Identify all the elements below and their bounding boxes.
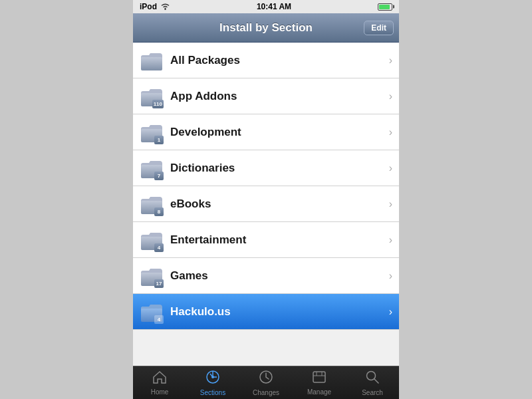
svg-rect-19 — [313, 372, 325, 382]
folder-icon-all-packages — [140, 49, 164, 72]
folder-icon-app-addons: 110 — [140, 84, 164, 108]
status-right — [378, 3, 392, 11]
badge-app-addons: 110 — [152, 100, 164, 108]
tab-search[interactable]: Search — [346, 366, 399, 399]
list-item-games[interactable]: 17 Games › — [133, 258, 399, 294]
list-item-all-packages[interactable]: All Packages › — [133, 43, 399, 78]
badge-ebooks: 8 — [154, 207, 164, 216]
item-label-development: Development — [170, 126, 389, 139]
badge-entertainment: 4 — [154, 243, 164, 252]
list-item-development[interactable]: 1 Development › — [133, 114, 399, 150]
folder-icon-hackulo: 4 — [140, 300, 164, 324]
chevron-entertainment: › — [389, 234, 392, 246]
device-frame: iPod 10:41 AM Install by Section Edit — [133, 0, 399, 399]
chevron-dictionaries: › — [389, 162, 392, 174]
sections-icon — [205, 370, 220, 388]
list-item-hackulo[interactable]: 4 Hackulo.us › — [133, 294, 399, 330]
status-time: 10:41 AM — [257, 2, 291, 11]
item-label-app-addons: App Addons — [170, 90, 389, 103]
folder-icon-ebooks: 8 — [140, 192, 164, 216]
folder-icon-development: 1 — [140, 120, 164, 144]
home-icon — [152, 370, 167, 387]
item-label-entertainment: Entertainment — [170, 233, 389, 247]
sections-list: All Packages › 110 Ap — [133, 43, 399, 366]
tab-changes[interactable]: Changes — [239, 366, 293, 399]
tab-search-label: Search — [362, 389, 383, 396]
tab-manage-label: Manage — [307, 388, 331, 396]
tab-bar: Home Sections Changes — [133, 366, 399, 399]
tab-sections[interactable]: Sections — [186, 366, 239, 399]
badge-development: 1 — [154, 136, 164, 144]
tab-sections-label: Sections — [200, 389, 225, 396]
changes-icon — [259, 370, 273, 388]
list-item-entertainment[interactable]: 4 Entertainment › — [133, 222, 399, 258]
status-left: iPod — [140, 2, 170, 11]
tab-changes-label: Changes — [253, 389, 279, 396]
tab-home[interactable]: Home — [133, 366, 186, 399]
battery-fill — [379, 5, 390, 9]
folder-icon-games: 17 — [140, 264, 164, 288]
item-label-games: Games — [170, 269, 389, 283]
tab-manage[interactable]: Manage — [293, 366, 346, 399]
badge-hackulo: 4 — [154, 315, 164, 324]
nav-title: Install by Section — [219, 21, 313, 35]
badge-dictionaries: 7 — [154, 172, 164, 180]
status-bar: iPod 10:41 AM — [133, 0, 399, 13]
nav-bar: Install by Section Edit — [133, 13, 399, 43]
item-label-all-packages: All Packages — [170, 54, 389, 67]
badge-games: 17 — [154, 279, 164, 288]
item-label-ebooks: eBooks — [170, 198, 389, 211]
folder-icon-dictionaries: 7 — [140, 156, 164, 180]
chevron-app-addons: › — [389, 90, 392, 102]
folder-icon-entertainment: 4 — [140, 228, 164, 252]
chevron-hackulo: › — [389, 306, 392, 318]
item-label-dictionaries: Dictionaries — [170, 162, 389, 175]
svg-rect-1 — [141, 57, 162, 70]
battery-icon — [378, 3, 392, 11]
wifi-icon — [160, 3, 170, 11]
chevron-development: › — [389, 126, 392, 138]
list-item-ebooks[interactable]: 8 eBooks › — [133, 186, 399, 222]
tab-home-label: Home — [151, 388, 169, 396]
list-item-app-addons[interactable]: 110 App Addons › — [133, 78, 399, 114]
item-label-hackulo: Hackulo.us — [170, 305, 389, 319]
list-item-dictionaries[interactable]: 7 Dictionaries › — [133, 150, 399, 186]
edit-button[interactable]: Edit — [364, 21, 394, 35]
carrier-label: iPod — [140, 2, 157, 11]
search-icon — [365, 370, 380, 388]
manage-icon — [312, 370, 327, 387]
chevron-all-packages: › — [389, 55, 392, 66]
chevron-games: › — [389, 270, 392, 282]
chevron-ebooks: › — [389, 198, 392, 210]
